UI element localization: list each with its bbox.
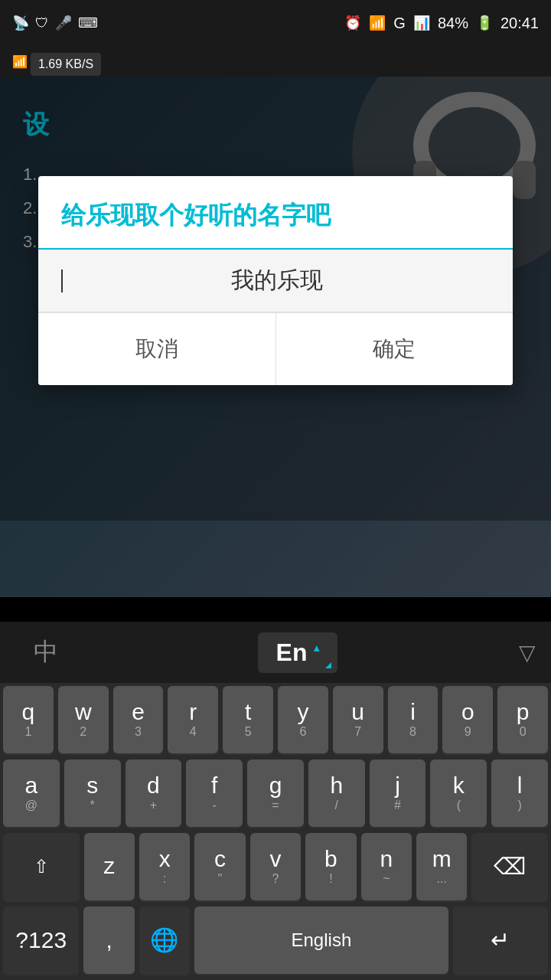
key-u[interactable]: u7: [333, 686, 383, 753]
shift-icon: ⇧: [34, 858, 49, 876]
mic-icon: 🎤: [55, 15, 72, 31]
status-left: 📡 🛡 🎤 ⌨: [12, 15, 98, 31]
keyboard-icon: ⌨: [78, 15, 98, 31]
cancel-button[interactable]: 取消: [38, 313, 276, 385]
battery-label: 84%: [438, 15, 468, 32]
key-b[interactable]: b!: [305, 833, 356, 900]
key-x[interactable]: x:: [139, 833, 190, 900]
wifi-small-icon: 📶: [12, 54, 28, 69]
signal-bars-icon: 📊: [413, 15, 430, 31]
key-c[interactable]: c": [194, 833, 245, 900]
key-d[interactable]: d+: [126, 760, 182, 827]
key-o[interactable]: o9: [442, 686, 493, 753]
shield-icon: 🛡: [35, 15, 49, 31]
status-right: ⏰ 📶 G 📊 84% 🔋 20:41: [344, 15, 539, 32]
shift-key[interactable]: ⇧: [3, 833, 80, 900]
enter-icon: ↵: [491, 929, 510, 952]
key-h[interactable]: h/: [308, 760, 365, 827]
key-z[interactable]: z: [84, 833, 135, 900]
key-i[interactable]: i8: [388, 686, 439, 753]
key-w[interactable]: w2: [58, 686, 109, 753]
enter-key[interactable]: ↵: [453, 906, 548, 974]
english-lang-button[interactable]: En ▴: [258, 632, 338, 673]
key-r[interactable]: r4: [168, 686, 218, 753]
wifi-icon: 📡: [12, 15, 29, 31]
keyboard-toolbar: 中 En ▴ ▽: [0, 622, 551, 683]
status-bar-2: 📶 1.69 KB/S: [0, 46, 551, 77]
backspace-icon: ⌫: [494, 855, 526, 878]
key-p[interactable]: p0: [497, 686, 548, 753]
keyboard-row-1: q1 w2 e3 r4 t5 y6 u7 i8 o9 p0: [0, 683, 551, 756]
globe-icon: 🌐: [150, 929, 178, 952]
comma-key[interactable]: ,: [83, 906, 134, 974]
alarm-icon: ⏰: [344, 15, 361, 31]
signal-label: G: [393, 15, 406, 32]
key-f[interactable]: f-: [186, 760, 243, 827]
globe-key[interactable]: 🌐: [139, 906, 190, 974]
chinese-lang-button[interactable]: 中: [15, 635, 77, 669]
space-key[interactable]: English: [194, 906, 448, 974]
keyboard-dismiss-button[interactable]: ▽: [519, 640, 536, 665]
key-n[interactable]: n~: [361, 833, 412, 900]
key-q[interactable]: q1: [3, 686, 54, 753]
key-l[interactable]: l): [491, 760, 548, 827]
keyboard-area: 中 En ▴ ▽ q1 w2 e3 r4 t5 y6 u7 i8 o9 p0 a…: [0, 622, 551, 980]
key-s[interactable]: s*: [64, 760, 121, 827]
key-y[interactable]: y6: [278, 686, 328, 753]
network-speed-bar: 1.69 KB/S: [31, 53, 101, 76]
key-v[interactable]: v?: [250, 833, 301, 900]
battery-icon: 🔋: [476, 15, 493, 31]
num-switch-key[interactable]: ?123: [3, 906, 79, 974]
keyboard-row-3: ⇧ z x: c" v? b! n~ m... ⌫: [0, 830, 551, 903]
dialog-input-value[interactable]: 我的乐现: [64, 265, 490, 296]
network-speed-text: 1.69 KB/S: [38, 57, 93, 71]
key-k[interactable]: k(: [430, 760, 487, 827]
time-label: 20:41: [500, 15, 539, 32]
keyboard-row-4: ?123 , 🌐 English ↵: [0, 903, 551, 980]
key-j[interactable]: j#: [370, 760, 426, 827]
key-t[interactable]: t5: [223, 686, 273, 753]
backspace-key[interactable]: ⌫: [471, 833, 548, 900]
dialog-title: 给乐现取个好听的名字吧: [38, 176, 513, 250]
status-bar: 📡 🛡 🎤 ⌨ ⏰ 📶 G 📊 84% 🔋 20:41: [0, 0, 551, 46]
confirm-button[interactable]: 确定: [276, 313, 514, 385]
key-g[interactable]: g=: [247, 760, 304, 827]
dialog-buttons: 取消 确定: [38, 312, 513, 385]
lang-indicator-icon: [325, 662, 331, 668]
dialog-input-area[interactable]: 我的乐现: [38, 250, 513, 312]
lang-cursor-triangle: ▴: [314, 642, 319, 654]
key-a[interactable]: a@: [3, 760, 60, 827]
keyboard-row-2: a@ s* d+ f- g= h/ j# k( l): [0, 756, 551, 830]
dialog: 给乐现取个好听的名字吧 我的乐现 取消 确定: [38, 176, 513, 385]
text-cursor: [61, 270, 63, 292]
key-e[interactable]: e3: [113, 686, 164, 753]
key-m[interactable]: m...: [416, 833, 467, 900]
dialog-overlay: 给乐现取个好听的名字吧 我的乐现 取消 确定: [0, 77, 551, 521]
wifi-strength-icon: 📶: [369, 15, 386, 31]
